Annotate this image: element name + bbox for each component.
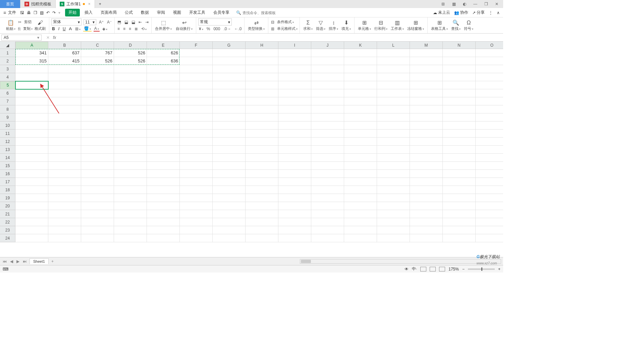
cell[interactable] xyxy=(114,202,147,210)
cell[interactable] xyxy=(15,89,48,97)
fx-cancel-icon[interactable]: ✕ xyxy=(46,35,50,40)
cell[interactable] xyxy=(114,178,147,186)
cell[interactable] xyxy=(246,202,278,210)
cell[interactable] xyxy=(15,194,48,202)
cell[interactable] xyxy=(311,210,344,218)
cell[interactable] xyxy=(246,194,278,202)
cell[interactable] xyxy=(81,218,114,226)
cell[interactable] xyxy=(81,73,114,81)
cell[interactable] xyxy=(114,113,147,121)
cell[interactable] xyxy=(344,81,377,89)
cell[interactable] xyxy=(410,121,443,130)
cell[interactable] xyxy=(443,121,476,130)
row-header[interactable]: 15 xyxy=(0,162,15,170)
cell[interactable] xyxy=(48,105,81,113)
cell[interactable] xyxy=(180,130,213,138)
cell[interactable] xyxy=(114,65,147,73)
cell[interactable] xyxy=(344,121,377,130)
bold-icon[interactable]: B xyxy=(51,27,56,31)
freeze-button[interactable]: ⊞冻结窗格 xyxy=(406,17,425,33)
percent-icon[interactable]: % xyxy=(206,27,211,31)
cell-style-icon[interactable]: ⊞ xyxy=(270,27,275,31)
cell[interactable] xyxy=(213,194,246,202)
cell[interactable] xyxy=(147,146,180,154)
cell[interactable] xyxy=(180,138,213,146)
name-box[interactable]: A5▾ xyxy=(1,35,42,41)
cell[interactable] xyxy=(81,170,114,178)
cell[interactable] xyxy=(443,202,476,210)
cell[interactable] xyxy=(147,154,180,162)
cell[interactable] xyxy=(114,170,147,178)
cell[interactable] xyxy=(344,49,377,57)
cell[interactable] xyxy=(476,202,503,210)
cell[interactable] xyxy=(476,81,503,89)
col-header[interactable]: J xyxy=(311,42,344,49)
cell[interactable] xyxy=(81,146,114,154)
cell[interactable] xyxy=(48,202,81,210)
cell[interactable] xyxy=(15,154,48,162)
cell[interactable] xyxy=(48,130,81,138)
cell[interactable] xyxy=(15,186,48,194)
cell[interactable] xyxy=(476,234,503,242)
sheet-nav-prev-icon[interactable]: ◀ xyxy=(9,259,14,264)
cell[interactable] xyxy=(15,113,48,121)
fx-icon[interactable]: fx xyxy=(53,35,56,40)
col-header[interactable]: N xyxy=(443,42,476,49)
comma-icon[interactable]: 000 xyxy=(213,27,221,31)
cell[interactable] xyxy=(476,210,503,218)
cell[interactable] xyxy=(246,218,278,226)
cell[interactable] xyxy=(147,113,180,121)
cell[interactable] xyxy=(344,105,377,113)
cell[interactable] xyxy=(114,73,147,81)
cell[interactable] xyxy=(81,178,114,186)
cell[interactable] xyxy=(410,138,443,146)
cell[interactable] xyxy=(476,89,503,97)
tab-devtools[interactable]: 开发工具 xyxy=(186,9,209,16)
formula-input[interactable] xyxy=(59,35,500,40)
cell[interactable] xyxy=(81,81,114,89)
cell[interactable] xyxy=(180,65,213,73)
cell[interactable] xyxy=(278,218,311,226)
cell[interactable] xyxy=(114,162,147,170)
row-header[interactable]: 18 xyxy=(0,186,15,194)
cell[interactable] xyxy=(476,162,503,170)
tab-home[interactable]: 首页 xyxy=(0,0,20,8)
cell[interactable] xyxy=(476,194,503,202)
cell[interactable] xyxy=(311,81,344,89)
tab-data[interactable]: 数据 xyxy=(138,9,152,16)
cell[interactable] xyxy=(213,170,246,178)
cell[interactable] xyxy=(114,97,147,105)
cell[interactable] xyxy=(48,218,81,226)
cell[interactable] xyxy=(344,113,377,121)
decrease-font-icon[interactable]: A⁻ xyxy=(106,20,112,24)
cell[interactable] xyxy=(476,138,503,146)
cell[interactable] xyxy=(114,186,147,194)
cell[interactable]: 526 xyxy=(114,49,147,57)
cell[interactable] xyxy=(311,130,344,138)
save-icon[interactable]: 🖫 xyxy=(20,10,24,15)
sort-button[interactable]: ↕排序 xyxy=(327,17,339,33)
cell[interactable] xyxy=(278,49,311,57)
print-icon[interactable]: 🖶 xyxy=(27,10,31,15)
tab-page-layout[interactable]: 页面布局 xyxy=(97,9,120,16)
cell[interactable] xyxy=(476,57,503,65)
view-break-icon[interactable] xyxy=(439,267,445,271)
cell[interactable] xyxy=(213,226,246,234)
zoom-in-icon[interactable]: + xyxy=(498,267,500,271)
cell[interactable] xyxy=(278,186,311,194)
hamburger-icon[interactable]: ≡ xyxy=(3,10,6,15)
row-header[interactable]: 1 xyxy=(0,49,15,57)
cell[interactable] xyxy=(180,73,213,81)
cell[interactable] xyxy=(147,170,180,178)
cell[interactable] xyxy=(278,81,311,89)
cell[interactable] xyxy=(377,226,410,234)
cell[interactable] xyxy=(81,65,114,73)
cell[interactable] xyxy=(443,154,476,162)
cell[interactable] xyxy=(246,97,278,105)
cell[interactable] xyxy=(278,226,311,234)
row-header[interactable]: 21 xyxy=(0,210,15,218)
cell[interactable] xyxy=(278,202,311,210)
cell[interactable] xyxy=(311,186,344,194)
tab-templates[interactable]: D 找稻壳模板 xyxy=(20,0,56,8)
cell[interactable] xyxy=(15,146,48,154)
